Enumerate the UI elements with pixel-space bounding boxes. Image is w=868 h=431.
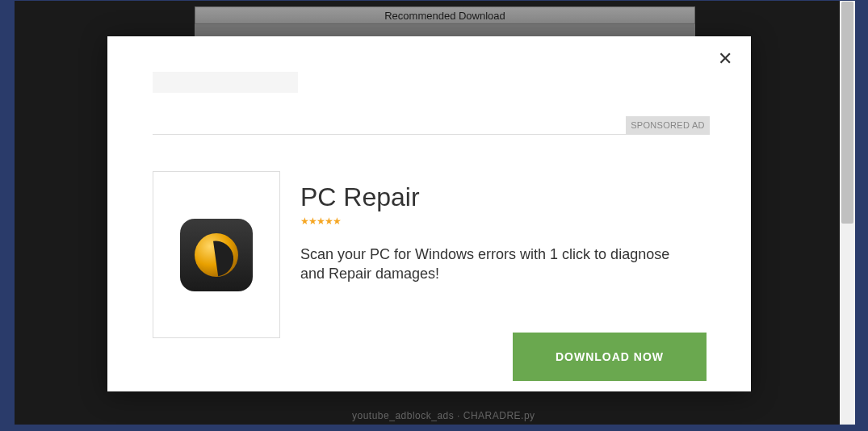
letter-c-icon [195, 233, 238, 277]
product-info: PC Repair ★★★★★ Scan your PC for Windows… [300, 171, 710, 338]
footer-filename: youtube_adblock_ads · CHARADRE.py [352, 410, 535, 421]
app-icon [180, 219, 253, 291]
modal-body: PC Repair ★★★★★ Scan your PC for Windows… [153, 171, 710, 338]
download-now-button[interactable]: DOWNLOAD NOW [513, 333, 707, 381]
scrollbar-track[interactable] [840, 1, 855, 425]
product-title: PC Repair [300, 182, 710, 212]
product-image-box [153, 171, 280, 338]
close-icon[interactable]: ✕ [717, 51, 733, 67]
modal-header: SPONSORED AD [153, 72, 710, 135]
banner-shadow-strip [195, 24, 695, 37]
sponsored-badge: SPONSORED AD [626, 116, 710, 134]
star-rating-icon: ★★★★★ [300, 216, 710, 227]
sponsored-ad-modal: ✕ SPONSORED AD PC Repair ★★★★★ Scan your… [107, 36, 751, 391]
brand-logo-placeholder [153, 72, 298, 93]
recommended-download-banner: Recommended Download [195, 6, 695, 24]
scrollbar-thumb[interactable] [841, 2, 853, 224]
product-description: Scan your PC for Windows errors with 1 c… [300, 245, 696, 284]
